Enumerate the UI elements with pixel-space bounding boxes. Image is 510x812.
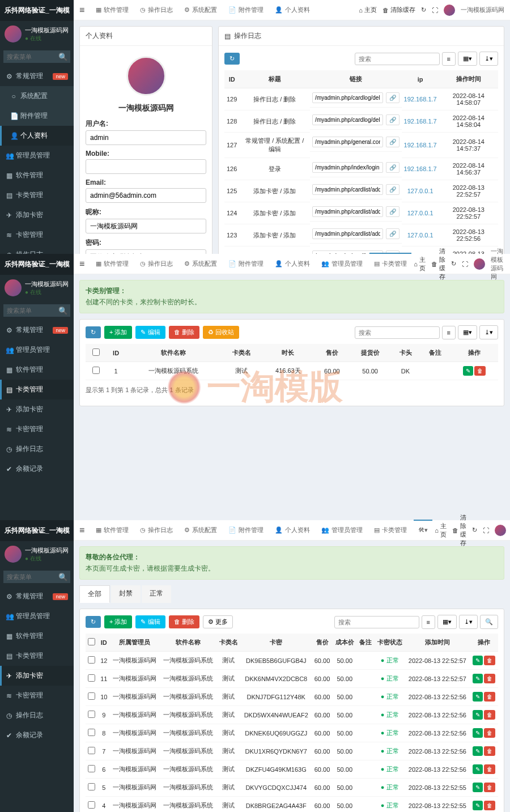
th[interactable]: 添加时间 xyxy=(405,634,470,652)
menu-toggle-icon[interactable]: ≡ xyxy=(79,5,84,15)
user-input[interactable] xyxy=(86,130,206,145)
view-list-icon[interactable]: ≡ xyxy=(422,615,435,629)
nav-cardmgr[interactable]: ≋卡密管理 xyxy=(0,686,74,705)
tab-adminmgr[interactable]: 👥 管理员管理 xyxy=(317,520,367,540)
row-checkbox[interactable] xyxy=(88,692,95,700)
th[interactable]: 时长 xyxy=(262,344,314,362)
nav-addcard[interactable]: ✈添加卡密 xyxy=(0,399,74,419)
nav-adminmgr[interactable]: 👥管理员管理 xyxy=(0,340,74,360)
table-search-input[interactable] xyxy=(355,326,440,339)
export-icon[interactable]: ⤓▾ xyxy=(459,615,478,629)
link-icon[interactable]: 🔗 xyxy=(386,162,400,173)
tab-profile[interactable]: 👤 个人资料 xyxy=(270,254,314,274)
table-search-input[interactable] xyxy=(334,616,419,628)
menu-toggle-icon[interactable]: ≡ xyxy=(79,259,84,269)
delete-button[interactable]: 🗑 删除 xyxy=(169,326,199,339)
tab-all[interactable]: 全部 xyxy=(79,585,110,603)
refresh-button[interactable]: ↻ xyxy=(86,326,101,338)
nav-softmgr[interactable]: ▦软件管理 xyxy=(0,165,74,185)
delete-icon[interactable]: 🗑 xyxy=(484,801,495,810)
edit-button[interactable]: ✎ 编辑 xyxy=(135,326,165,339)
home-link[interactable]: ⌂ 主页 xyxy=(359,6,377,14)
nav-general[interactable]: ⚙常规管理new xyxy=(0,586,74,606)
fullscreen-icon[interactable]: ⛶ xyxy=(432,7,438,14)
tab-banned[interactable]: 封禁 xyxy=(111,585,141,603)
th[interactable]: 卡头 xyxy=(390,344,420,362)
url-input[interactable] xyxy=(312,162,382,173)
view-list-icon[interactable]: ≡ xyxy=(442,326,456,339)
th[interactable]: 成本价 xyxy=(333,634,357,652)
link-icon[interactable]: 🔗 xyxy=(386,184,400,195)
th-id[interactable]: ID xyxy=(224,70,239,88)
nav-softmgr[interactable]: ▦软件管理 xyxy=(0,360,74,380)
fullscreen-icon[interactable]: ⛶ xyxy=(462,261,468,267)
nav-general[interactable]: ⚙常规管理new xyxy=(0,320,74,340)
refresh-icon[interactable]: ↻ xyxy=(472,526,477,534)
row-checkbox[interactable] xyxy=(92,367,100,374)
add-button[interactable]: + 添加 xyxy=(104,326,132,339)
th[interactable]: ID xyxy=(107,344,125,362)
tab-attach[interactable]: 📄 附件管理 xyxy=(224,254,268,274)
delete-icon[interactable]: 🗑 xyxy=(474,366,486,376)
th[interactable]: 软件名称 xyxy=(160,634,216,652)
edit-icon[interactable]: ✎ xyxy=(473,764,483,774)
edit-icon[interactable]: ✎ xyxy=(473,674,483,683)
th[interactable]: 软件名称 xyxy=(125,344,221,362)
url-input[interactable] xyxy=(312,114,382,125)
home-link[interactable]: ⌂ 主页 xyxy=(414,256,426,273)
tab-sysconf[interactable]: ⚙ 系统配置 xyxy=(180,254,222,274)
url-input[interactable] xyxy=(312,184,382,195)
menu-toggle-icon[interactable]: ≡ xyxy=(79,525,84,535)
nav-oplog[interactable]: ◷操作日志 xyxy=(0,705,74,725)
link-icon[interactable]: 🔗 xyxy=(386,206,400,217)
th[interactable]: 售价 xyxy=(314,344,350,362)
th[interactable]: 卡密 xyxy=(240,634,312,652)
url-input[interactable] xyxy=(312,137,382,147)
th[interactable]: ID xyxy=(98,634,110,652)
th[interactable]: 操作 xyxy=(470,634,498,652)
view-grid-icon[interactable]: ▦▾ xyxy=(458,52,477,66)
ip-link[interactable]: 192.168.1.7 xyxy=(404,142,437,148)
tab-soft[interactable]: ▦ 软件管理 xyxy=(91,254,133,274)
nav-sysconf[interactable]: ○系统配置 xyxy=(0,86,74,106)
clear-cache-link[interactable]: 🗑 清除缓存 xyxy=(452,513,466,547)
refresh-icon[interactable]: ↻ xyxy=(421,6,426,14)
search-icon[interactable]: 🔍 xyxy=(56,50,70,63)
row-checkbox[interactable] xyxy=(88,801,95,809)
url-input[interactable] xyxy=(312,206,382,217)
edit-icon[interactable]: ✎ xyxy=(473,692,483,702)
ip-link[interactable]: 127.0.0.1 xyxy=(407,188,434,194)
view-grid-icon[interactable]: ▦▾ xyxy=(437,615,457,629)
recycle-button[interactable]: ♻ 回收站 xyxy=(203,326,239,339)
delete-icon[interactable]: 🗑 xyxy=(484,783,495,792)
nav-cardcat[interactable]: ▤卡类管理 xyxy=(0,185,74,205)
ip-link[interactable]: 127.0.0.1 xyxy=(407,232,434,239)
search-input[interactable] xyxy=(3,571,56,583)
nav-balance[interactable]: ✔余额记录 xyxy=(0,725,74,745)
tab-attach[interactable]: 📄 附件管理 xyxy=(224,520,268,540)
tab-tool[interactable]: 🛠▾ xyxy=(414,520,432,539)
ip-link[interactable]: 192.168.1.7 xyxy=(404,96,437,103)
tab-adminmgr[interactable]: 👥 管理员管理 xyxy=(317,254,367,274)
th[interactable]: 提货价 xyxy=(350,344,390,362)
url-input[interactable] xyxy=(312,228,382,239)
search-input[interactable] xyxy=(3,304,56,317)
th[interactable]: 操作 xyxy=(450,344,498,362)
tab-oplog[interactable]: ◷ 操作日志 xyxy=(135,520,177,540)
edit-icon[interactable]: ✎ xyxy=(473,728,483,738)
tab-cardcat[interactable]: ▤ 卡类管理 xyxy=(369,253,411,274)
th-ip[interactable]: ip xyxy=(402,70,439,88)
email-input[interactable] xyxy=(86,188,206,203)
table-search-input[interactable] xyxy=(355,53,440,65)
edit-icon[interactable]: ✎ xyxy=(463,366,473,376)
nav-attach[interactable]: 📄附件管理 xyxy=(0,106,74,126)
tab-cardcat[interactable]: ▤ 卡类管理 xyxy=(369,520,411,540)
select-all-checkbox[interactable] xyxy=(92,348,100,356)
avatar-icon[interactable] xyxy=(444,5,455,16)
avatar-icon[interactable] xyxy=(474,258,485,270)
delete-button[interactable]: 🗑 删除 xyxy=(169,615,199,628)
tab-oplog[interactable]: ◷ 操作日志 xyxy=(135,0,177,20)
nav-softmgr[interactable]: ▦软件管理 xyxy=(0,626,74,646)
row-checkbox[interactable] xyxy=(88,765,95,772)
th-title[interactable]: 标题 xyxy=(239,70,310,88)
